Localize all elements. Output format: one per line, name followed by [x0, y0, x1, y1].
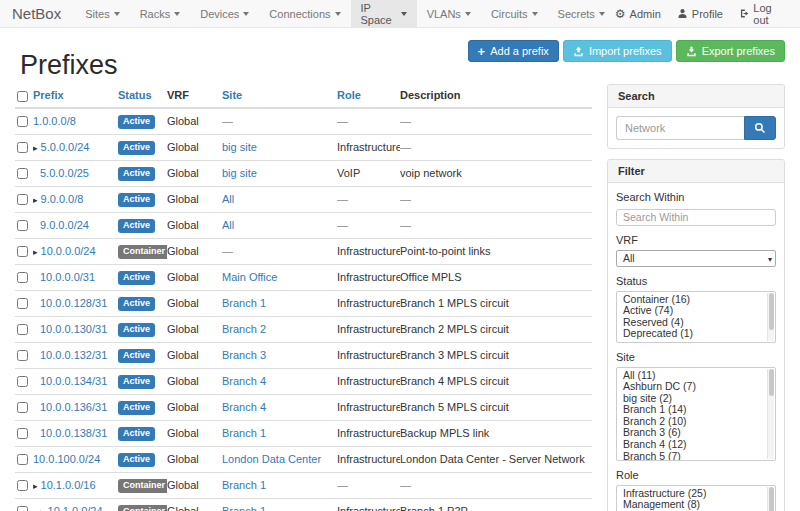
row-checkbox[interactable] [17, 428, 28, 439]
site-link[interactable]: Branch 4 [222, 375, 266, 387]
row-checkbox[interactable] [17, 506, 28, 511]
listbox-option[interactable]: Branch 5 (7) [617, 451, 775, 461]
site-link[interactable]: All [222, 193, 234, 205]
nav-item-secrets[interactable]: Secrets [548, 0, 615, 27]
column-sort-link[interactable]: Prefix [33, 89, 64, 101]
nav-item-connections[interactable]: Connections [259, 0, 350, 27]
row-checkbox[interactable] [17, 194, 28, 205]
description-cell: London Data Center - Server Network [400, 446, 592, 472]
nav-item-racks[interactable]: Racks [130, 0, 191, 27]
add-a-prefix-button[interactable]: +Add a prefix [468, 40, 559, 62]
prefix-link[interactable]: 1.0.0.0/8 [33, 115, 76, 127]
site-link[interactable]: Branch 1 [222, 479, 266, 491]
prefix-link[interactable]: 9.0.0.0/8 [41, 193, 84, 205]
search-button[interactable] [744, 116, 776, 140]
export-prefixes-button[interactable]: Export prefixes [676, 40, 785, 62]
listbox-option[interactable]: Active (74) [617, 305, 775, 317]
nav-item-devices[interactable]: Devices [190, 0, 259, 27]
scrollbar[interactable] [767, 293, 774, 341]
prefix-link[interactable]: 10.0.0.132/31 [40, 349, 107, 361]
site-listbox[interactable]: All (11)Ashburn DC (7)big site (2)Branch… [616, 367, 776, 461]
row-checkbox[interactable] [17, 272, 28, 283]
prefix-link[interactable]: 5.0.0.0/25 [40, 167, 89, 179]
row-checkbox[interactable] [17, 168, 28, 179]
log-out-link[interactable]: Log out [739, 2, 788, 26]
download-icon [686, 46, 697, 57]
role-listbox[interactable]: Infrastructure (25)Management (8)Private… [616, 485, 776, 511]
row-checkbox[interactable] [17, 324, 28, 335]
column-sort-link[interactable]: Status [118, 89, 152, 101]
site-link[interactable]: All [222, 219, 234, 231]
column-header-prefix[interactable]: Prefix [33, 84, 118, 108]
site-link[interactable]: Branch 1 [222, 505, 266, 511]
prefix-link[interactable]: 10.0.0.128/31 [40, 297, 107, 309]
prefix-link[interactable]: 9.0.0.0/24 [40, 219, 89, 231]
search-panel-title: Search [608, 85, 784, 108]
row-checkbox[interactable] [17, 116, 28, 127]
prefix-link[interactable]: 10.0.0.134/31 [40, 375, 107, 387]
row-checkbox[interactable] [17, 298, 28, 309]
scrollbar[interactable] [767, 369, 774, 459]
row-checkbox[interactable] [17, 480, 28, 491]
row-checkbox[interactable] [17, 220, 28, 231]
prefix-link[interactable]: 10.0.0.0/31 [40, 271, 95, 283]
select-all-checkbox[interactable] [17, 91, 28, 102]
nav-item-ip-space[interactable]: IP Space [351, 0, 417, 27]
prefix-cell: ▸10.1.0.0/16 [33, 472, 118, 498]
site-link[interactable]: Main Office [222, 271, 277, 283]
scrollbar-thumb[interactable] [769, 487, 774, 511]
role-cell: Infrastructure [337, 264, 400, 290]
column-header-status[interactable]: Status [118, 84, 167, 108]
vrf-select[interactable]: All ▾ [616, 250, 776, 267]
nav-item-vlans[interactable]: VLANs [417, 0, 481, 27]
nav-item-label: Sites [85, 8, 109, 20]
prefix-link[interactable]: 10.0.0.0/24 [41, 245, 96, 257]
profile-link[interactable]: Profile [677, 8, 723, 20]
prefix-link[interactable]: 10.1.0.0/24 [48, 505, 103, 511]
prefix-link[interactable]: 5.0.0.0/24 [41, 141, 90, 153]
listbox-option[interactable]: Deprecated (1) [617, 328, 775, 340]
nav-item-label: Secrets [558, 8, 595, 20]
listbox-option[interactable]: Ashburn DC (7) [617, 381, 775, 393]
prefix-link[interactable]: 10.1.0.0/16 [41, 479, 96, 491]
site-link[interactable]: Branch 1 [222, 427, 266, 439]
column-sort-link[interactable]: Site [222, 89, 242, 101]
table-row: 10.0.0.138/31ActiveGlobalBranch 1Infrast… [15, 420, 592, 446]
prefix-link[interactable]: 10.0.100.0/24 [33, 453, 100, 465]
brand-link[interactable]: NetBox [12, 0, 61, 27]
site-link[interactable]: big site [222, 141, 257, 153]
listbox-option[interactable]: Management (8) [617, 499, 775, 511]
prefix-cell: 10.0.0.134/31 [33, 368, 118, 394]
site-cell: Branch 4 [222, 368, 337, 394]
row-checkbox[interactable] [17, 142, 28, 153]
scrollbar[interactable] [767, 487, 774, 511]
role-cell: Infrastructure [337, 316, 400, 342]
nav-item-sites[interactable]: Sites [75, 0, 129, 27]
column-header-site[interactable]: Site [222, 84, 337, 108]
site-link[interactable]: big site [222, 167, 257, 179]
site-link[interactable]: Branch 1 [222, 297, 266, 309]
column-header-role[interactable]: Role [337, 84, 400, 108]
scrollbar-thumb[interactable] [769, 369, 774, 396]
nav-item-circuits[interactable]: Circuits [481, 0, 548, 27]
site-link[interactable]: London Data Center [222, 453, 321, 465]
site-link[interactable]: Branch 3 [222, 349, 266, 361]
scrollbar-thumb[interactable] [769, 293, 774, 330]
row-checkbox[interactable] [17, 246, 28, 257]
row-checkbox[interactable] [17, 454, 28, 465]
status-listbox[interactable]: Container (16)Active (74)Reserved (4)Dep… [616, 291, 776, 343]
admin-link[interactable]: ⚙Admin [615, 8, 661, 20]
row-checkbox[interactable] [17, 402, 28, 413]
search-input[interactable] [616, 116, 744, 140]
listbox-option[interactable]: Branch 4 (12) [617, 439, 775, 451]
import-prefixes-button[interactable]: Import prefixes [563, 40, 672, 62]
search-within-input[interactable] [616, 209, 776, 226]
site-link[interactable]: Branch 2 [222, 323, 266, 335]
prefix-link[interactable]: 10.0.0.130/31 [40, 323, 107, 335]
row-checkbox[interactable] [17, 376, 28, 387]
prefix-link[interactable]: 10.0.0.138/31 [40, 427, 107, 439]
prefix-link[interactable]: 10.0.0.136/31 [40, 401, 107, 413]
row-checkbox[interactable] [17, 350, 28, 361]
column-sort-link[interactable]: Role [337, 89, 361, 101]
site-link[interactable]: Branch 4 [222, 401, 266, 413]
